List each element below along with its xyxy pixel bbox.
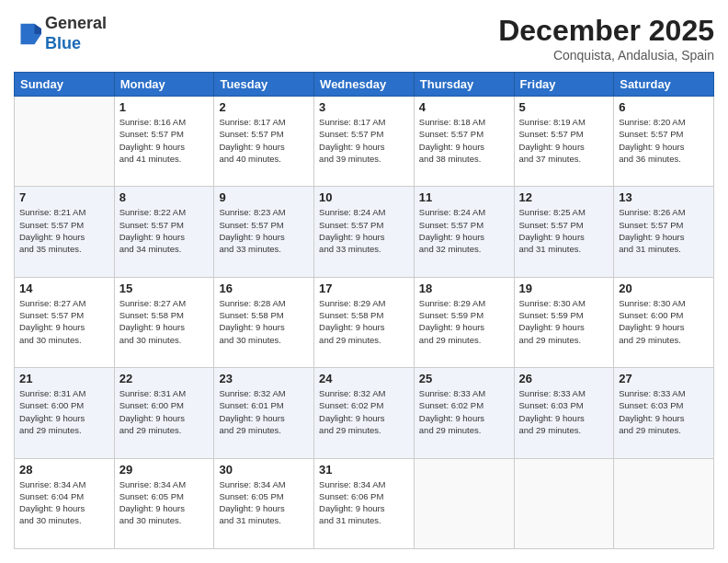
calendar-cell: 20Sunrise: 8:30 AMSunset: 6:00 PMDayligh…: [614, 277, 714, 367]
logo-text: General Blue: [45, 14, 107, 53]
day-info: Sunrise: 8:17 AMSunset: 5:57 PMDaylight:…: [219, 116, 309, 165]
day-info: Sunrise: 8:34 AMSunset: 6:05 PMDaylight:…: [219, 478, 309, 527]
day-number: 3: [319, 100, 409, 114]
logo: General Blue: [14, 14, 107, 53]
day-info: Sunrise: 8:22 AMSunset: 5:57 PMDaylight:…: [119, 206, 210, 255]
calendar-cell: 23Sunrise: 8:32 AMSunset: 6:01 PMDayligh…: [214, 368, 314, 458]
day-number: 6: [619, 100, 709, 114]
calendar-cell: 24Sunrise: 8:32 AMSunset: 6:02 PMDayligh…: [314, 368, 415, 458]
day-info: Sunrise: 8:17 AMSunset: 5:57 PMDaylight:…: [319, 116, 409, 165]
day-info: Sunrise: 8:24 AMSunset: 5:57 PMDaylight:…: [319, 206, 409, 255]
calendar-cell: 9Sunrise: 8:23 AMSunset: 5:57 PMDaylight…: [214, 187, 314, 277]
day-number: 26: [519, 372, 609, 385]
location: Conquista, Andalusia, Spain: [498, 48, 714, 63]
calendar-cell: 27Sunrise: 8:33 AMSunset: 6:03 PMDayligh…: [614, 368, 714, 458]
calendar-cell: 19Sunrise: 8:30 AMSunset: 5:59 PMDayligh…: [514, 277, 614, 367]
day-number: 20: [619, 282, 709, 295]
calendar-cell: [15, 97, 115, 187]
calendar-week-row: 21Sunrise: 8:31 AMSunset: 6:00 PMDayligh…: [15, 368, 714, 458]
day-info: Sunrise: 8:34 AMSunset: 6:06 PMDaylight:…: [319, 478, 409, 527]
calendar-cell: 4Sunrise: 8:18 AMSunset: 5:57 PMDaylight…: [414, 97, 514, 187]
page: General Blue December 2025 Conquista, An…: [0, 0, 728, 563]
day-number: 2: [219, 100, 309, 114]
day-info: Sunrise: 8:25 AMSunset: 5:57 PMDaylight:…: [519, 206, 609, 255]
day-number: 12: [519, 190, 609, 204]
day-info: Sunrise: 8:29 AMSunset: 5:58 PMDaylight:…: [319, 297, 409, 346]
day-info: Sunrise: 8:20 AMSunset: 5:57 PMDaylight:…: [619, 116, 709, 165]
calendar-cell: 28Sunrise: 8:34 AMSunset: 6:04 PMDayligh…: [15, 458, 115, 548]
day-info: Sunrise: 8:34 AMSunset: 6:04 PMDaylight:…: [19, 478, 109, 527]
day-info: Sunrise: 8:30 AMSunset: 6:00 PMDaylight:…: [619, 297, 709, 346]
day-info: Sunrise: 8:32 AMSunset: 6:02 PMDaylight:…: [319, 387, 409, 436]
calendar-cell: 21Sunrise: 8:31 AMSunset: 6:00 PMDayligh…: [15, 368, 115, 458]
day-info: Sunrise: 8:32 AMSunset: 6:01 PMDaylight:…: [219, 387, 309, 436]
day-info: Sunrise: 8:27 AMSunset: 5:57 PMDaylight:…: [19, 297, 109, 346]
calendar-cell: 7Sunrise: 8:21 AMSunset: 5:57 PMDaylight…: [15, 187, 115, 277]
calendar-week-row: 14Sunrise: 8:27 AMSunset: 5:57 PMDayligh…: [15, 277, 714, 367]
day-number: 13: [619, 190, 709, 204]
day-number: 28: [19, 463, 109, 477]
calendar-cell: 5Sunrise: 8:19 AMSunset: 5:57 PMDaylight…: [514, 97, 614, 187]
header: General Blue December 2025 Conquista, An…: [14, 14, 714, 63]
day-info: Sunrise: 8:33 AMSunset: 6:03 PMDaylight:…: [519, 387, 609, 436]
calendar-cell: [614, 458, 714, 548]
day-number: 1: [119, 100, 210, 114]
day-number: 23: [219, 372, 309, 385]
day-number: 8: [119, 190, 210, 204]
title-block: December 2025 Conquista, Andalusia, Spai…: [498, 14, 714, 63]
calendar-cell: 1Sunrise: 8:16 AMSunset: 5:57 PMDaylight…: [114, 97, 214, 187]
day-header-wednesday: Wednesday: [314, 73, 415, 97]
day-info: Sunrise: 8:27 AMSunset: 5:58 PMDaylight:…: [119, 297, 210, 346]
calendar-week-row: 28Sunrise: 8:34 AMSunset: 6:04 PMDayligh…: [15, 458, 714, 548]
day-number: 9: [219, 190, 309, 204]
day-info: Sunrise: 8:24 AMSunset: 5:57 PMDaylight:…: [419, 206, 509, 255]
day-number: 10: [319, 190, 409, 204]
day-number: 17: [319, 282, 409, 295]
day-number: 25: [419, 372, 509, 385]
day-info: Sunrise: 8:18 AMSunset: 5:57 PMDaylight:…: [419, 116, 509, 165]
logo-general: General: [45, 14, 107, 32]
calendar-cell: 13Sunrise: 8:26 AMSunset: 5:57 PMDayligh…: [614, 187, 714, 277]
day-number: 21: [19, 372, 109, 385]
day-info: Sunrise: 8:33 AMSunset: 6:03 PMDaylight:…: [619, 387, 709, 436]
calendar-cell: 6Sunrise: 8:20 AMSunset: 5:57 PMDaylight…: [614, 97, 714, 187]
day-info: Sunrise: 8:29 AMSunset: 5:59 PMDaylight:…: [419, 297, 509, 346]
day-number: 5: [519, 100, 609, 114]
day-number: 14: [19, 282, 109, 295]
day-number: 29: [119, 463, 210, 477]
day-number: 11: [419, 190, 509, 204]
calendar-week-row: 1Sunrise: 8:16 AMSunset: 5:57 PMDaylight…: [15, 97, 714, 187]
calendar-cell: 26Sunrise: 8:33 AMSunset: 6:03 PMDayligh…: [514, 368, 614, 458]
day-info: Sunrise: 8:30 AMSunset: 5:59 PMDaylight:…: [519, 297, 609, 346]
day-number: 22: [119, 372, 210, 385]
day-header-monday: Monday: [114, 73, 214, 97]
calendar-cell: 29Sunrise: 8:34 AMSunset: 6:05 PMDayligh…: [114, 458, 214, 548]
calendar-week-row: 7Sunrise: 8:21 AMSunset: 5:57 PMDaylight…: [15, 187, 714, 277]
day-header-thursday: Thursday: [414, 73, 514, 97]
day-number: 4: [419, 100, 509, 114]
calendar-cell: 11Sunrise: 8:24 AMSunset: 5:57 PMDayligh…: [414, 187, 514, 277]
day-info: Sunrise: 8:21 AMSunset: 5:57 PMDaylight:…: [19, 206, 109, 255]
calendar-table: SundayMondayTuesdayWednesdayThursdayFrid…: [14, 72, 714, 549]
calendar-cell: 3Sunrise: 8:17 AMSunset: 5:57 PMDaylight…: [314, 97, 415, 187]
calendar-cell: 25Sunrise: 8:33 AMSunset: 6:02 PMDayligh…: [414, 368, 514, 458]
day-number: 16: [219, 282, 309, 295]
calendar-cell: 14Sunrise: 8:27 AMSunset: 5:57 PMDayligh…: [15, 277, 115, 367]
day-number: 18: [419, 282, 509, 295]
day-info: Sunrise: 8:23 AMSunset: 5:57 PMDaylight:…: [219, 206, 309, 255]
day-number: 27: [619, 372, 709, 385]
day-number: 24: [319, 372, 409, 385]
day-number: 31: [319, 463, 409, 477]
calendar-cell: 10Sunrise: 8:24 AMSunset: 5:57 PMDayligh…: [314, 187, 415, 277]
day-number: 7: [19, 190, 109, 204]
svg-marker-1: [35, 23, 42, 33]
day-number: 30: [219, 463, 309, 477]
day-info: Sunrise: 8:28 AMSunset: 5:58 PMDaylight:…: [219, 297, 309, 346]
day-header-friday: Friday: [514, 73, 614, 97]
calendar-cell: 30Sunrise: 8:34 AMSunset: 6:05 PMDayligh…: [214, 458, 314, 548]
calendar-cell: 12Sunrise: 8:25 AMSunset: 5:57 PMDayligh…: [514, 187, 614, 277]
day-info: Sunrise: 8:26 AMSunset: 5:57 PMDaylight:…: [619, 206, 709, 255]
day-info: Sunrise: 8:34 AMSunset: 6:05 PMDaylight:…: [119, 478, 210, 527]
day-info: Sunrise: 8:31 AMSunset: 6:00 PMDaylight:…: [19, 387, 109, 436]
calendar-cell: 31Sunrise: 8:34 AMSunset: 6:06 PMDayligh…: [314, 458, 415, 548]
